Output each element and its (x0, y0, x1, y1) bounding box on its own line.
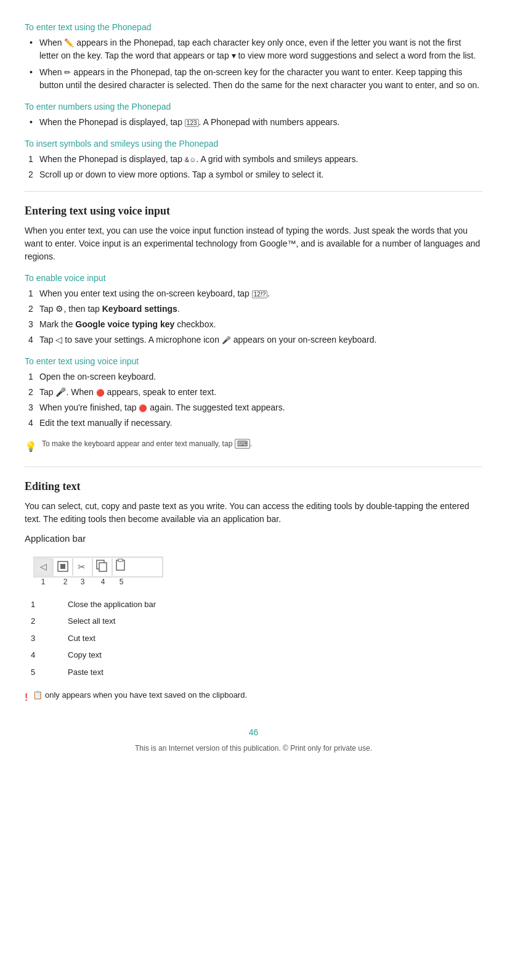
footer-note: This is an Internet version of this publ… (25, 743, 482, 754)
svg-rect-13 (118, 559, 123, 561)
table-row: 1 Close the application bar (25, 596, 482, 613)
list-item: Edit the text manually if necessary. (25, 417, 482, 430)
list-item: When the Phonepad is displayed, tap 123.… (25, 116, 482, 129)
voice-input-intro: When you enter text, you can use the voi… (25, 224, 482, 263)
svg-rect-5 (60, 564, 65, 569)
phonepad-symbols-section: To insert symbols and smileys using the … (25, 137, 482, 181)
appbar-desc-3: Cut text (62, 630, 482, 647)
list-item: Scroll up or down to view more options. … (25, 168, 482, 181)
warning-box: ! 📋 only appears when you have text save… (25, 687, 482, 708)
appbar-desc-5: Paste text (62, 664, 482, 681)
appbar-svg: ◁ ✂ (33, 552, 169, 586)
page-number: 46 (25, 726, 482, 739)
appbar-num-2: 2 (25, 613, 62, 630)
svg-text:4: 4 (101, 578, 105, 586)
appbar-num-3: 3 (25, 630, 62, 647)
keyboard-settings-label: Keyboard settings (102, 304, 177, 314)
list-item: Tap ⚙, then tap Keyboard settings. (25, 303, 482, 316)
phonepad-numbers-heading: To enter numbers using the Phonepad (25, 100, 482, 113)
svg-text:5: 5 (120, 578, 124, 586)
tip-icon: 💡 (25, 439, 37, 454)
clipboard-icon: 📋 (33, 690, 43, 700)
phonepad-enter-text-section: To enter text using the Phonepad When ✏️… (25, 21, 482, 92)
enable-voice-heading: To enable voice input (25, 272, 482, 285)
list-item: When you're finished, tap 🔴 again. The s… (25, 401, 482, 414)
record-icon: 🔴 (96, 389, 105, 396)
pen-icon: ✏ (64, 68, 71, 77)
mic-icon: 🎤 (222, 336, 231, 345)
key-12: 12!? (252, 290, 267, 298)
key-123: 123 (185, 119, 199, 127)
appbar-desc-1: Close the application bar (62, 596, 482, 613)
svg-text:3: 3 (81, 578, 85, 586)
appbar-desc-4: Copy text (62, 647, 482, 664)
phonepad-numbers-section: To enter numbers using the Phonepad When… (25, 100, 482, 129)
back-icon: ◁ (55, 335, 62, 345)
divider (25, 191, 482, 192)
phonepad-symbols-steps: When the Phonepad is displayed, tap &☺. … (25, 153, 482, 181)
appbar-subsection: Application bar ◁ ✂ (25, 532, 482, 708)
phonepad-symbols-heading: To insert symbols and smileys using the … (25, 137, 482, 150)
editing-text-intro: You can select, cut, copy and paste text… (25, 500, 482, 526)
appbar-num-5: 5 (25, 664, 62, 681)
phonepad-enter-text-bullets: When ✏️ appears in the Phonepad, tap eac… (25, 36, 482, 92)
gear-icon: ⚙ (55, 304, 63, 314)
list-item: Mark the Google voice typing key checkbo… (25, 318, 482, 331)
mic-tap-icon: 🎤 (55, 387, 66, 397)
editing-text-section: Editing text You can select, cut, copy a… (25, 478, 482, 708)
appbar-image: ◁ ✂ (33, 552, 482, 590)
appbar-num-4: 4 (25, 647, 62, 664)
svg-text:1: 1 (41, 578, 46, 586)
voice-input-section: Entering text using voice input When you… (25, 203, 482, 457)
editing-text-heading: Editing text (25, 478, 482, 495)
tip-box: 💡 To make the keyboard appear and enter … (25, 436, 482, 457)
svg-text:✂: ✂ (78, 561, 86, 572)
list-item: Tap 🎤. When 🔴 appears, speak to enter te… (25, 386, 482, 399)
appbar-desc-2: Select all text (62, 613, 482, 630)
pencil-icon: ✏️ (64, 38, 74, 47)
table-row: 5 Paste text (25, 664, 482, 681)
tip-text: To make the keyboard appear and enter te… (42, 438, 252, 449)
voice-input-heading: Entering text using voice input (25, 203, 482, 219)
warning-icon: ! (25, 690, 28, 705)
arrow-icon: ▾ (232, 51, 236, 60)
record-stop-icon: 🔴 (139, 404, 147, 412)
enter-voice-heading: To enter text using voice input (25, 355, 482, 368)
google-voice-typing-label: Google voice typing key (75, 319, 174, 329)
enable-voice-steps: When you enter text using the on-screen … (25, 287, 482, 346)
table-row: 4 Copy text (25, 647, 482, 664)
appbar-num-1: 1 (25, 596, 62, 613)
page-footer: 46 (25, 726, 482, 739)
list-item: Open the on-screen keyboard. (25, 370, 482, 383)
table-row: 2 Select all text (25, 613, 482, 630)
list-item: When the Phonepad is displayed, tap &☺. … (25, 153, 482, 166)
list-item: Tap ◁ to save your settings. A microphon… (25, 333, 482, 346)
svg-rect-10 (99, 563, 107, 571)
divider-2 (25, 467, 482, 467)
keyboard-icon: ⌨ (235, 439, 250, 449)
warning-text: 📋 only appears when you have text saved … (33, 689, 247, 701)
appbar-heading: Application bar (25, 532, 482, 546)
phonepad-enter-text-heading: To enter text using the Phonepad (25, 21, 482, 34)
table-row: 3 Cut text (25, 630, 482, 647)
svg-text:2: 2 (63, 578, 68, 586)
symbols-icon: &☺ (185, 156, 197, 163)
list-item: When ✏ appears in the Phonepad, tap the … (25, 66, 482, 92)
appbar-table: 1 Close the application bar 2 Select all… (25, 596, 482, 681)
enter-voice-steps: Open the on-screen keyboard. Tap 🎤. When… (25, 370, 482, 430)
list-item: When you enter text using the on-screen … (25, 287, 482, 300)
phonepad-numbers-bullets: When the Phonepad is displayed, tap 123.… (25, 116, 482, 129)
svg-text:◁: ◁ (40, 561, 47, 571)
appbar-graphic-container: ◁ ✂ (25, 552, 482, 590)
list-item: When ✏️ appears in the Phonepad, tap eac… (25, 36, 482, 62)
